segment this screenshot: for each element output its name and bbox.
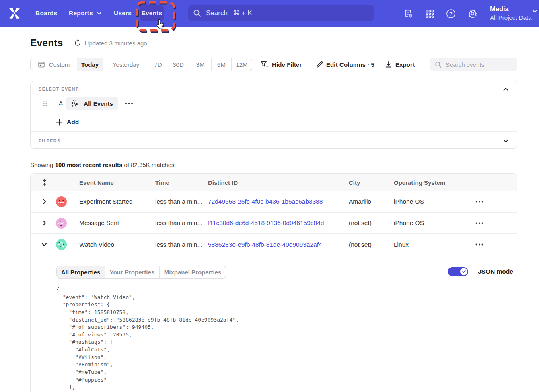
ellipsis-icon: [125, 102, 133, 105]
cell-distinct-id-link[interactable]: f11c30d6-dc6d-4518-9136-0d046159c84d: [208, 219, 349, 227]
add-event-label: Add: [67, 118, 79, 126]
avatar-cell: [53, 239, 79, 250]
collapse-section-button[interactable]: [502, 86, 509, 92]
table-header-row: Event Name Time Distinct ID City Operati…: [31, 174, 517, 191]
avatar-cell: [53, 196, 79, 207]
drag-handle-icon[interactable]: [43, 100, 47, 107]
summary-suffix: of 82.35K matches: [122, 161, 174, 168]
export-label: Export: [395, 61, 415, 68]
row-actions-button[interactable]: [475, 243, 484, 246]
expand-row-button[interactable]: [31, 220, 53, 226]
tab-your-properties[interactable]: Your Properties: [105, 266, 160, 278]
summary-prefix: Showing: [30, 161, 55, 168]
date-option-7d[interactable]: 7D: [149, 58, 167, 71]
refresh-button[interactable]: [74, 39, 81, 47]
apps-grid-icon: [425, 9, 434, 19]
export-button[interactable]: Export: [385, 58, 415, 71]
nav-item-users[interactable]: Users: [114, 0, 132, 27]
cell-event-name: Message Sent: [79, 219, 155, 227]
cell-distinct-id-link[interactable]: 5886283e-e9fb-48fb-81de-40e9093a2af4: [208, 241, 349, 248]
column-header-city[interactable]: City: [349, 179, 394, 186]
expand-filters-button[interactable]: [502, 138, 509, 144]
events-search-input[interactable]: [446, 61, 514, 68]
mixpanel-logo[interactable]: [8, 6, 21, 20]
chevron-down-icon: [532, 9, 538, 13]
nav-item-boards[interactable]: Boards: [35, 0, 58, 27]
edit-columns-label: Edit Columns · 5: [326, 61, 374, 68]
project-switcher[interactable]: Media All Project Data: [490, 4, 539, 23]
nav-item-reports[interactable]: Reports: [69, 0, 102, 27]
filter-funnel-icon: [260, 60, 269, 68]
column-header-os[interactable]: Operating System: [394, 179, 475, 186]
event-avatar: [56, 196, 67, 207]
edit-columns-button[interactable]: Edit Columns · 5: [316, 58, 374, 71]
row-actions-button[interactable]: [475, 222, 484, 224]
cell-city: Amarillo: [349, 198, 394, 205]
column-header-time[interactable]: Time: [155, 179, 208, 186]
add-event-button[interactable]: Add: [56, 118, 104, 126]
nav-item-events[interactable]: Events: [140, 5, 164, 21]
project-name: Media: [490, 5, 509, 13]
global-search-bar[interactable]: Search ⌘ + K: [188, 5, 374, 21]
date-option-label: Today: [81, 61, 99, 68]
expand-row-button[interactable]: [31, 199, 53, 204]
json-mode-toggle[interactable]: [448, 267, 468, 276]
cell-distinct-id-link[interactable]: 72d49553-25fc-4f0c-b436-1b5ac6ab3388: [208, 198, 349, 205]
table-row[interactable]: Experiment Started less than a min... 72…: [31, 191, 517, 213]
event-selector-chip[interactable]: All Events: [66, 97, 118, 110]
plus-icon: [56, 119, 63, 126]
apps-grid-button[interactable]: [425, 9, 434, 19]
controls-row: Custom Today Yesterday 7D 30D 3M 6M 12M …: [30, 58, 517, 71]
date-option-yesterday[interactable]: Yesterday: [103, 58, 149, 71]
page: Boards Reports Users Events Search ⌘ + K: [0, 0, 539, 392]
column-header-event-name[interactable]: Event Name: [79, 179, 155, 186]
table-row-expanded[interactable]: Watch Video less than a min... 5886283e-…: [31, 234, 517, 255]
date-option-label: 30D: [173, 61, 184, 68]
data-management-button[interactable]: [404, 9, 414, 19]
filters-section-header[interactable]: FILTERS: [31, 132, 517, 144]
date-option-12m[interactable]: 12M: [232, 58, 252, 71]
date-option-30d[interactable]: 30D: [167, 58, 189, 71]
tab-mixpanel-properties[interactable]: Mixpanel Properties: [160, 266, 226, 278]
updated-timestamp: Updated 3 minutes ago: [85, 40, 147, 47]
magic-click-icon: [71, 99, 79, 108]
date-option-custom[interactable]: Custom: [31, 58, 77, 71]
date-option-today[interactable]: Today: [77, 58, 103, 71]
check-icon: [462, 270, 466, 273]
event-options-button[interactable]: [125, 102, 133, 105]
hide-filter-label: Hide Filter: [272, 61, 302, 68]
cell-event-name: Watch Video: [79, 241, 155, 248]
chevron-down-icon: [503, 139, 508, 143]
row-actions-button[interactable]: [475, 201, 484, 203]
date-range-selector: Custom Today Yesterday 7D 30D 3M 6M 12M: [30, 58, 252, 71]
hide-filter-button[interactable]: Hide Filter: [260, 58, 302, 71]
properties-tabs: All Properties Your Properties Mixpanel …: [56, 266, 226, 279]
chevron-up-icon: [503, 87, 508, 91]
collapse-row-button[interactable]: [31, 243, 53, 246]
cell-os: iPhone OS: [394, 219, 475, 227]
search-icon: [435, 61, 442, 68]
date-option-label: 7D: [154, 61, 162, 68]
event-detail-panel: All Properties Your Properties Mixpanel …: [31, 255, 517, 391]
column-header-distinct-id[interactable]: Distinct ID: [208, 179, 349, 186]
chevron-down-icon: [97, 12, 102, 15]
page-title: Events: [30, 37, 63, 49]
global-search-shortcut: ⌘ + K: [233, 9, 252, 17]
settings-gear-icon: [468, 9, 477, 19]
tab-all-properties[interactable]: All Properties: [57, 266, 105, 278]
help-button[interactable]: ?: [446, 9, 456, 19]
cell-event-name: Experiment Started: [79, 198, 155, 205]
nav-item-label: Reports: [69, 10, 93, 17]
cell-city: (not set): [349, 219, 394, 227]
ellipsis-icon: [475, 243, 483, 246]
json-mode-label: JSON mode: [478, 268, 513, 275]
settings-button[interactable]: [468, 9, 477, 19]
tab-label: Mixpanel Properties: [164, 269, 222, 276]
cell-os: iPhone OS: [394, 198, 475, 205]
table-row[interactable]: Message Sent less than a min... f11c30d6…: [31, 213, 517, 234]
page-header: Events Updated 3 minutes ago: [30, 37, 539, 49]
cell-time: less than a min...: [155, 219, 208, 227]
date-option-6m[interactable]: 6M: [212, 58, 232, 71]
date-option-3m[interactable]: 3M: [189, 58, 212, 71]
collapse-all-rows-button[interactable]: [31, 178, 53, 186]
